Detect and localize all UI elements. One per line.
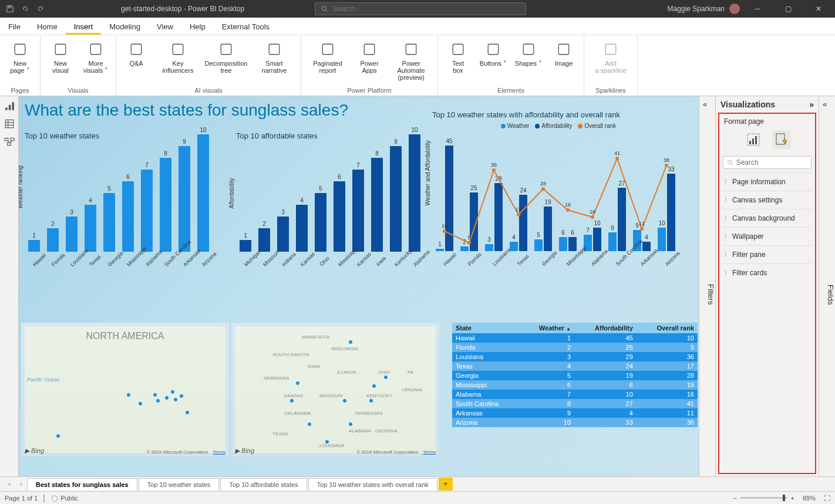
table-row[interactable]: Hawaii14510 bbox=[452, 333, 698, 343]
table-row[interactable]: Arizona103338 bbox=[452, 418, 698, 427]
ribbon-more-visuals[interactable]: Morevisuals ˅ bbox=[79, 36, 112, 86]
zoom-out-icon[interactable]: − bbox=[733, 495, 736, 502]
format-section-canvas-background[interactable]: 〉 Canvas background bbox=[722, 209, 813, 227]
format-section-canvas-settings[interactable]: 〉 Canvas settings bbox=[722, 191, 813, 209]
format-section-wallpaper[interactable]: 〉 Wallpaper bbox=[722, 227, 813, 245]
maximize-button[interactable]: ▢ bbox=[775, 0, 801, 18]
page-tab[interactable]: Top 10 weather states bbox=[139, 478, 220, 491]
zoom-in-icon[interactable]: + bbox=[791, 495, 794, 502]
table-row[interactable]: Florida2255 bbox=[452, 343, 698, 352]
save-icon[interactable] bbox=[6, 5, 14, 13]
search-icon bbox=[727, 159, 733, 166]
status-bar: Page 1 of 1 │ Public − + 89% ⛶ bbox=[0, 491, 835, 504]
menu-help[interactable]: Help bbox=[181, 22, 214, 35]
ribbon-power-automate-preview-[interactable]: PowerAutomate (preview) bbox=[388, 36, 434, 86]
svg-rect-19 bbox=[8, 105, 10, 110]
tab-nav-next[interactable]: › bbox=[15, 480, 27, 488]
svg-point-1 bbox=[322, 6, 326, 11]
chart-affordable-states[interactable]: Top 10 affordable states Affordability 1… bbox=[236, 131, 436, 279]
ribbon-new-page[interactable]: Newpage ˅ bbox=[4, 36, 36, 86]
add-page-button[interactable]: + bbox=[439, 478, 453, 491]
menu-home[interactable]: Home bbox=[29, 22, 66, 35]
svg-point-55 bbox=[728, 160, 732, 164]
chart-title: Top 10 weather states with affordability… bbox=[432, 110, 685, 119]
menu-modeling[interactable]: Modeling bbox=[101, 22, 149, 35]
ribbon-paginated-report[interactable]: Paginatedreport bbox=[305, 36, 351, 86]
map-terms-link[interactable]: Terms bbox=[423, 449, 436, 455]
page-tab[interactable]: Top 10 weather states with overall rank bbox=[308, 478, 437, 491]
table-row[interactable]: South Carolina82741 bbox=[452, 399, 698, 408]
global-search[interactable] bbox=[315, 2, 526, 15]
report-canvas[interactable]: What are the best states for sunglass sa… bbox=[19, 96, 699, 476]
ribbon-smart-narrative[interactable]: Smartnarrative bbox=[251, 36, 297, 86]
page-tab[interactable]: Best states for sunglass sales bbox=[27, 478, 137, 491]
chart-weather-affordability-rank[interactable]: Top 10 weather states with affordability… bbox=[432, 110, 685, 278]
format-section-filter-cards[interactable]: 〉 Filter cards bbox=[722, 263, 813, 282]
data-view-icon[interactable] bbox=[4, 119, 15, 129]
format-search[interactable] bbox=[723, 156, 812, 169]
format-section-page-information[interactable]: 〉 Page information bbox=[722, 172, 813, 191]
ribbon-image[interactable]: Image bbox=[547, 36, 580, 86]
report-view-icon[interactable] bbox=[4, 101, 15, 111]
map-north-america[interactable]: NORTH AMERICA Pacific Ocean ▶ Bing © 201… bbox=[21, 323, 229, 456]
map-terms-link[interactable]: Terms bbox=[213, 449, 225, 455]
window-title: get-started-desktop - Power BI Desktop bbox=[121, 5, 244, 13]
ribbon-power-apps[interactable]: PowerApps bbox=[353, 36, 386, 86]
fields-pane-collapsed[interactable]: « Fields bbox=[819, 96, 835, 476]
svg-rect-51 bbox=[749, 141, 751, 144]
svg-rect-54 bbox=[776, 134, 785, 144]
sensitivity-label: Public bbox=[60, 495, 78, 502]
format-section-filter-pane[interactable]: 〉 Filter pane bbox=[722, 245, 813, 263]
build-visual-icon[interactable] bbox=[744, 130, 763, 149]
ribbon-new-visual[interactable]: Newvisual bbox=[44, 36, 77, 86]
state-rank-table[interactable]: StateWeather ▲AffordabilityOverall rankH… bbox=[452, 323, 698, 427]
chevron-right-icon[interactable]: » bbox=[809, 100, 814, 109]
close-button[interactable]: ✕ bbox=[806, 0, 831, 18]
format-page-title: Format page bbox=[722, 116, 813, 129]
minimize-button[interactable]: ─ bbox=[745, 0, 770, 18]
map-attribution: © 2019 Microsoft Corporation bbox=[146, 449, 208, 455]
ribbon-shapes[interactable]: Shapes ˅ bbox=[512, 36, 545, 86]
menu-view[interactable]: View bbox=[149, 22, 181, 35]
svg-rect-7 bbox=[173, 44, 183, 55]
menu-file[interactable]: File bbox=[0, 22, 29, 35]
ribbon-buttons[interactable]: Buttons ˅ bbox=[477, 36, 510, 86]
table-row[interactable]: Louisiana32936 bbox=[452, 352, 698, 361]
table-row[interactable]: Texas42417 bbox=[452, 361, 698, 371]
format-page-icon[interactable] bbox=[772, 130, 791, 149]
viz-pane-title: Visualizations bbox=[720, 100, 775, 109]
ribbon: Newpage ˅PagesNewvisualMorevisuals ˅Visu… bbox=[0, 35, 835, 96]
table-row[interactable]: Alabama71016 bbox=[452, 390, 698, 399]
model-view-icon[interactable] bbox=[4, 136, 15, 147]
fit-page-icon[interactable]: ⛶ bbox=[824, 495, 830, 502]
redo-icon[interactable] bbox=[36, 5, 45, 13]
page-tab[interactable]: Top 10 affordable states bbox=[220, 478, 307, 491]
filters-pane-collapsed[interactable]: « Filters bbox=[699, 96, 715, 476]
ribbon-q-a[interactable]: Q&A bbox=[120, 36, 153, 86]
tab-nav-prev[interactable]: ‹ bbox=[4, 480, 15, 488]
map-us-states[interactable]: MINNESOTAWISCONSINSOUTH DAKOTAIOWANEBRAS… bbox=[231, 323, 439, 456]
avatar[interactable] bbox=[729, 4, 740, 14]
menu-external-tools[interactable]: External Tools bbox=[214, 22, 278, 35]
table-row[interactable]: Mississippi6619 bbox=[452, 380, 698, 390]
ribbon-text-box[interactable]: Textbox bbox=[442, 36, 474, 86]
svg-rect-0 bbox=[8, 6, 11, 8]
y-axis-label: Weather ranking bbox=[19, 165, 23, 208]
svg-rect-5 bbox=[90, 44, 101, 55]
undo-icon[interactable] bbox=[21, 5, 29, 13]
table-row[interactable]: Arkansas9411 bbox=[452, 408, 698, 418]
svg-rect-4 bbox=[55, 44, 66, 55]
table-row[interactable]: Georgia51928 bbox=[452, 371, 698, 380]
chart-weather-states[interactable]: Top 10 weather states Weather ranking 1H… bbox=[25, 131, 224, 279]
user-area: Maggie Sparkman ─ ▢ ✕ bbox=[668, 0, 835, 18]
menu-insert[interactable]: Insert bbox=[66, 22, 102, 35]
svg-rect-11 bbox=[364, 44, 375, 55]
format-page-section: Format page 〉 Page information〉 Canvas s… bbox=[718, 113, 816, 474]
svg-rect-16 bbox=[558, 44, 569, 55]
ribbon-key-influencers[interactable]: Keyinfluencers bbox=[155, 36, 201, 86]
zoom-control[interactable]: − + 89% ⛶ bbox=[733, 495, 830, 502]
global-search-input[interactable] bbox=[333, 5, 520, 13]
user-name: Maggie Sparkman bbox=[668, 5, 725, 13]
format-search-input[interactable] bbox=[736, 158, 807, 167]
ribbon-decomposition-tree[interactable]: Decompositiontree bbox=[203, 36, 249, 86]
